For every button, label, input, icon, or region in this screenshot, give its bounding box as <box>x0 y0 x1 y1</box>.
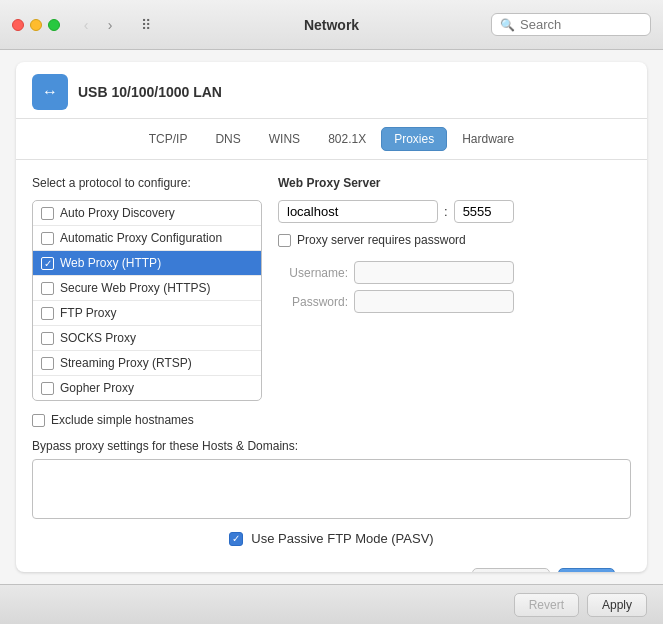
help-button[interactable]: ? <box>48 572 68 573</box>
cancel-button[interactable]: Cancel <box>472 568 550 572</box>
device-name: USB 10/100/1000 LAN <box>78 84 222 100</box>
password-input[interactable] <box>354 290 514 313</box>
protocol-item-gopher-proxy[interactable]: Gopher Proxy <box>33 376 261 400</box>
maximize-button[interactable] <box>48 19 60 31</box>
protocol-label-ftp-proxy: FTP Proxy <box>60 306 116 320</box>
bypass-textarea[interactable] <box>32 459 631 519</box>
username-input[interactable] <box>354 261 514 284</box>
protocol-checkbox-auto-proxy-config[interactable] <box>41 232 54 245</box>
content: ↔ USB 10/100/1000 LAN TCP/IPDNSWINS802.1… <box>0 50 663 624</box>
ftp-row: ✓ Use Passive FTP Mode (PASV) <box>32 531 631 546</box>
username-row: Username: <box>278 261 631 284</box>
proxy-server-row: : <box>278 200 631 223</box>
traffic-lights <box>12 19 60 31</box>
password-label: Proxy server requires password <box>297 233 466 247</box>
close-button[interactable] <box>12 19 24 31</box>
username-label: Username: <box>278 266 348 280</box>
apply-button[interactable]: Apply <box>587 593 647 617</box>
revert-button[interactable]: Revert <box>514 593 579 617</box>
protocol-item-auto-proxy-discovery[interactable]: Auto Proxy Discovery <box>33 201 261 226</box>
proxy-server-input[interactable] <box>278 200 438 223</box>
protocol-section: Select a protocol to configure: Auto Pro… <box>32 176 262 401</box>
protocol-checkbox-auto-proxy-discovery[interactable] <box>41 207 54 220</box>
protocol-checkbox-gopher-proxy[interactable] <box>41 382 54 395</box>
protocol-label-auto-proxy-config: Automatic Proxy Configuration <box>60 231 222 245</box>
exclude-label: Exclude simple hostnames <box>51 413 194 427</box>
tab-dns[interactable]: DNS <box>202 127 253 151</box>
search-icon: 🔍 <box>500 18 515 32</box>
device-header: ↔ USB 10/100/1000 LAN <box>16 62 647 119</box>
ok-button[interactable]: OK <box>558 568 615 572</box>
panel-body: Select a protocol to configure: Auto Pro… <box>16 160 647 572</box>
protocol-item-web-proxy-http[interactable]: ✓Web Proxy (HTTP) <box>33 251 261 276</box>
password-row: Proxy server requires password <box>278 233 631 247</box>
credentials: Username: Password: <box>278 261 631 313</box>
protocol-checkbox-socks-proxy[interactable] <box>41 332 54 345</box>
protocol-label: Select a protocol to configure: <box>32 176 262 190</box>
protocol-label-gopher-proxy: Gopher Proxy <box>60 381 134 395</box>
back-button[interactable]: ‹ <box>76 15 96 35</box>
password-row2: Password: <box>278 290 631 313</box>
tab-tcpip[interactable]: TCP/IP <box>136 127 201 151</box>
exclude-row: Exclude simple hostnames <box>32 413 631 427</box>
tabs: TCP/IPDNSWINS802.1XProxiesHardware <box>16 119 647 160</box>
tab-hardware[interactable]: Hardware <box>449 127 527 151</box>
ftp-label: Use Passive FTP Mode (PASV) <box>251 531 433 546</box>
protocol-label-web-proxy-http: Web Proxy (HTTP) <box>60 256 161 270</box>
protocol-label-secure-web-proxy: Secure Web Proxy (HTTPS) <box>60 281 210 295</box>
forward-button[interactable]: › <box>100 15 120 35</box>
protocol-checkbox-web-proxy-http[interactable]: ✓ <box>41 257 54 270</box>
bypass-section: Bypass proxy settings for these Hosts & … <box>32 439 631 519</box>
minimize-button[interactable] <box>30 19 42 31</box>
proxy-port-input[interactable] <box>454 200 514 223</box>
protocol-checkbox-ftp-proxy[interactable] <box>41 307 54 320</box>
search-bar[interactable]: 🔍 <box>491 13 651 36</box>
device-icon: ↔ <box>32 74 68 110</box>
titlebar: ‹ › ⠿ Network 🔍 <box>0 0 663 50</box>
password-checkbox[interactable] <box>278 234 291 247</box>
protocol-label-streaming-proxy: Streaming Proxy (RTSP) <box>60 356 192 370</box>
navigation-arrows: ‹ › <box>76 15 120 35</box>
tab-proxies[interactable]: Proxies <box>381 127 447 151</box>
exclude-checkbox[interactable] <box>32 414 45 427</box>
main-row: Select a protocol to configure: Auto Pro… <box>32 176 631 401</box>
protocol-label-socks-proxy: SOCKS Proxy <box>60 331 136 345</box>
protocol-checkbox-streaming-proxy[interactable] <box>41 357 54 370</box>
bypass-label: Bypass proxy settings for these Hosts & … <box>32 439 631 453</box>
protocol-label-auto-proxy-discovery: Auto Proxy Discovery <box>60 206 175 220</box>
protocol-checkbox-secure-web-proxy[interactable] <box>41 282 54 295</box>
proxy-title: Web Proxy Server <box>278 176 631 190</box>
tab-wins[interactable]: WINS <box>256 127 313 151</box>
protocol-item-streaming-proxy[interactable]: Streaming Proxy (RTSP) <box>33 351 261 376</box>
dialog-footer: ? Cancel OK <box>32 558 631 572</box>
protocol-item-auto-proxy-config[interactable]: Automatic Proxy Configuration <box>33 226 261 251</box>
password-label2: Password: <box>278 295 348 309</box>
protocol-list: Auto Proxy DiscoveryAutomatic Proxy Conf… <box>32 200 262 401</box>
ftp-checkbox[interactable]: ✓ <box>229 532 243 546</box>
window-title: Network <box>304 17 359 33</box>
protocol-item-secure-web-proxy[interactable]: Secure Web Proxy (HTTPS) <box>33 276 261 301</box>
protocol-item-ftp-proxy[interactable]: FTP Proxy <box>33 301 261 326</box>
settings-panel: ↔ USB 10/100/1000 LAN TCP/IPDNSWINS802.1… <box>16 62 647 572</box>
protocol-item-socks-proxy[interactable]: SOCKS Proxy <box>33 326 261 351</box>
tab-dot1x[interactable]: 802.1X <box>315 127 379 151</box>
colon-separator: : <box>444 204 448 219</box>
bottom-toolbar: Revert Apply <box>0 584 663 624</box>
grid-icon[interactable]: ⠿ <box>136 15 156 35</box>
search-input[interactable] <box>520 17 642 32</box>
proxy-section: Web Proxy Server : Proxy server requires… <box>278 176 631 401</box>
